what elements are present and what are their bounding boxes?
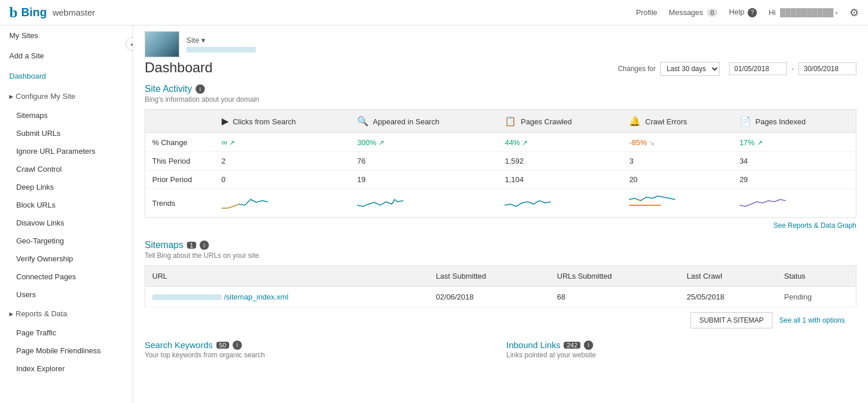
sidebar-item-connected-pages[interactable]: Connected Pages xyxy=(0,268,133,286)
sitemaps-header-row: URL Last Submitted URLs Submitted Last C… xyxy=(145,266,856,287)
this-period-appeared: 76 xyxy=(350,152,498,171)
keywords-badge: 50 xyxy=(216,342,229,349)
keywords-info-icon[interactable]: i xyxy=(233,341,242,350)
site-name-area: Site ▾ xyxy=(186,36,256,53)
sidebar-item-geo-targeting[interactable]: Geo-Targeting xyxy=(0,232,133,250)
sitemaps-table: URL Last Submitted URLs Submitted Last C… xyxy=(145,265,856,308)
prior-period-crawled: 1,104 xyxy=(498,171,622,189)
this-period-label: This Period xyxy=(145,152,215,171)
sparkline-clicks xyxy=(222,194,268,211)
prior-period-appeared: 19 xyxy=(350,171,498,189)
inbound-links-title: Inbound Links 242 i xyxy=(506,340,856,350)
sitemaps-section: Sitemaps 1 i Tell Bing about the URLs on… xyxy=(133,234,868,333)
sitemap-status: Pending xyxy=(777,287,856,308)
sidebar-item-crawl-control[interactable]: Crawl Control xyxy=(0,160,133,178)
sidebar: ◀ My Sites Add a Site Dashboard Configur… xyxy=(0,25,133,403)
sitemap-path[interactable]: /sitemap_index.xml xyxy=(224,293,288,301)
inbound-links-subtitle: Links pointed at your website xyxy=(506,351,856,359)
sitemap-actions: SUBMIT A SITEMAP See all 1 with options xyxy=(145,308,856,333)
top-nav-actions: Profile Messages 0 Help ? Hi ██████████ … xyxy=(636,6,859,19)
change-clicks: ∞ ↗ xyxy=(215,133,351,152)
sitemap-url-cell: /sitemap_index.xml xyxy=(145,287,429,308)
sitemap-row: /sitemap_index.xml 02/06/2018 68 25/05/2… xyxy=(145,287,856,308)
activity-row-change: % Change ∞ ↗ 300% ↗ 44% ↗ -85% ↘ 17% ↗ xyxy=(145,133,856,152)
sitemap-domain-blur xyxy=(152,294,222,300)
site-activity-section: Site Activity i Bing's information about… xyxy=(133,78,868,218)
sidebar-reports-header[interactable]: Reports & Data xyxy=(0,304,133,324)
help-area: Help ? xyxy=(729,8,757,17)
trends-indexed-sparkline xyxy=(733,189,856,218)
activity-table: ▶ Clicks from Search 🔍 Appeared in Searc… xyxy=(145,109,856,218)
site-dropdown[interactable]: Site ▾ xyxy=(186,36,256,45)
site-thumbnail xyxy=(145,31,179,57)
main-content: Site ▾ Dashboard Changes for Last 30 day… xyxy=(133,25,868,403)
col-status: Status xyxy=(777,266,856,287)
errors-icon: 🔔 xyxy=(629,116,641,126)
site-activity-title: Site Activity i xyxy=(145,84,856,94)
sitemaps-title: Sitemaps 1 i xyxy=(145,240,856,250)
messages-link[interactable]: Messages xyxy=(669,8,703,17)
help-link[interactable]: Help xyxy=(729,8,745,16)
site-activity-info-icon[interactable]: i xyxy=(196,84,205,94)
sidebar-item-submit-urls[interactable]: Submit URLs xyxy=(0,124,133,142)
clicks-icon: ▶ xyxy=(222,116,229,126)
site-activity-subtitle: Bing's information about your domain xyxy=(145,95,856,103)
sparkline-errors xyxy=(629,194,675,211)
see-all-sitemaps-link[interactable]: See all 1 with options xyxy=(779,316,845,324)
col-last-crawl: Last Crawl xyxy=(680,266,777,287)
date-to-input[interactable] xyxy=(799,62,856,75)
sidebar-item-disavow-links[interactable]: Disavow Links xyxy=(0,214,133,232)
activity-col-clicks: ▶ Clicks from Search xyxy=(215,110,351,133)
col-last-submitted: Last Submitted xyxy=(429,266,550,287)
inbound-links-badge: 242 xyxy=(564,342,580,349)
this-period-clicks: 2 xyxy=(215,152,351,171)
sitemaps-info-icon[interactable]: i xyxy=(200,241,209,250)
activity-col-crawled: 📋 Pages Crawled xyxy=(498,110,622,133)
sidebar-configure-header[interactable]: Configure My Site xyxy=(0,86,133,106)
page-title: Dashboard xyxy=(145,60,212,76)
change-indexed: 17% ↗ xyxy=(733,133,856,152)
webmaster-label: webmaster xyxy=(53,8,95,17)
sidebar-item-sitemaps[interactable]: Sitemaps xyxy=(0,106,133,124)
help-badge: ? xyxy=(748,8,757,17)
prior-period-clicks: 0 xyxy=(215,171,351,189)
settings-icon[interactable]: ⚙ xyxy=(849,6,859,19)
sidebar-item-deep-links[interactable]: Deep Links xyxy=(0,178,133,196)
sitemap-last-submitted: 02/06/2018 xyxy=(429,287,550,308)
username-dropdown[interactable]: ██████████ xyxy=(780,8,838,17)
sitemaps-subtitle: Tell Bing about the URLs on your site. xyxy=(145,252,856,260)
hi-label: Hi xyxy=(768,8,775,17)
sparkline-indexed xyxy=(740,194,786,211)
search-keywords-section: Search Keywords 50 i Your top keywords f… xyxy=(145,340,495,364)
trends-label: Trends xyxy=(145,189,215,218)
sidebar-item-block-urls[interactable]: Block URLs xyxy=(0,196,133,214)
sidebar-item-dashboard[interactable]: Dashboard xyxy=(0,66,133,86)
sparkline-appeared xyxy=(357,194,403,211)
bing-logo-text: Bing xyxy=(21,6,46,19)
sidebar-item-users[interactable]: Users xyxy=(0,286,133,304)
change-crawled: 44% ↗ xyxy=(498,133,622,152)
inbound-links-section: Inbound Links 242 i Links pointed at you… xyxy=(506,340,856,364)
see-reports-link[interactable]: See Reports & Data Graph xyxy=(133,218,868,230)
activity-header-row: ▶ Clicks from Search 🔍 Appeared in Searc… xyxy=(145,110,856,133)
this-period-crawled: 1,592 xyxy=(498,152,622,171)
sitemap-last-crawl: 25/05/2018 xyxy=(680,287,777,308)
submit-sitemap-button[interactable]: SUBMIT A SITEMAP xyxy=(690,312,772,328)
col-url: URL xyxy=(145,266,429,287)
sidebar-item-index-explorer[interactable]: Index Explorer xyxy=(0,360,133,378)
bottom-sections: Search Keywords 50 i Your top keywords f… xyxy=(133,333,868,375)
sidebar-item-ignore-url[interactable]: Ignore URL Parameters xyxy=(0,142,133,160)
sidebar-item-page-traffic[interactable]: Page Traffic xyxy=(0,324,133,342)
main-layout: ◀ My Sites Add a Site Dashboard Configur… xyxy=(0,25,868,403)
sidebar-item-page-mobile[interactable]: Page Mobile Friendliness xyxy=(0,342,133,360)
inbound-links-info-icon[interactable]: i xyxy=(584,341,593,350)
date-preset-select[interactable]: Last 30 days xyxy=(660,62,720,76)
sidebar-item-verify-ownership[interactable]: Verify Ownership xyxy=(0,250,133,268)
date-from-input[interactable] xyxy=(729,62,787,75)
profile-link[interactable]: Profile xyxy=(636,8,657,17)
activity-col-indexed: 📄 Pages Indexed xyxy=(733,110,856,133)
sidebar-item-my-sites[interactable]: My Sites xyxy=(0,25,133,46)
sidebar-item-add-site[interactable]: Add a Site xyxy=(0,46,133,66)
activity-row-this-period: This Period 2 76 1,592 3 34 xyxy=(145,152,856,171)
change-label: % Change xyxy=(145,133,215,152)
